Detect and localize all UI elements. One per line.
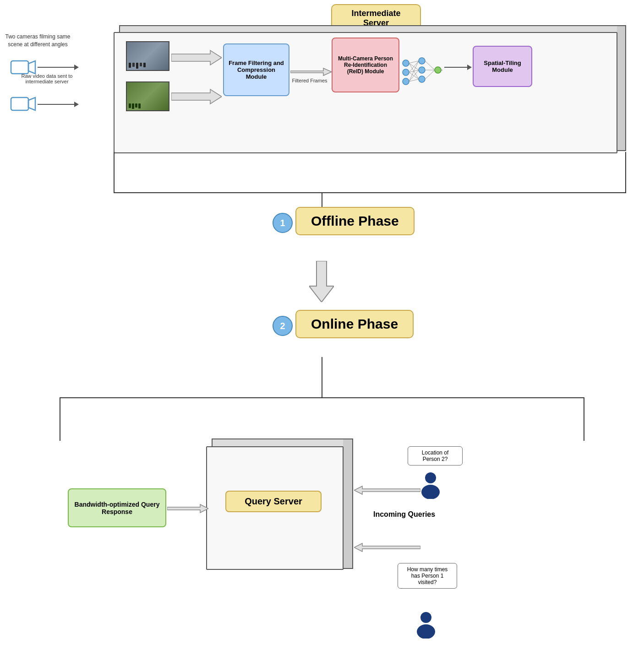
svg-line-21	[409, 61, 419, 72]
person1-to-server-arrow	[354, 485, 420, 495]
person-icon-2	[415, 611, 437, 639]
svg-point-13	[403, 78, 409, 85]
camera-icon-2	[10, 94, 38, 114]
svg-point-11	[403, 60, 409, 66]
neural-network-viz	[401, 54, 442, 91]
query-server-right-face	[343, 438, 353, 569]
thumbnail-1	[126, 41, 169, 71]
svg-point-35	[425, 472, 436, 483]
svg-line-25	[409, 70, 419, 81]
query-server-label: Query Server	[225, 491, 322, 512]
svg-line-29	[425, 70, 435, 79]
svg-line-24	[409, 61, 419, 81]
bottom-bracket-left-v	[60, 397, 60, 441]
bottom-bracket-right-v	[584, 397, 584, 441]
svg-point-14	[419, 58, 425, 64]
speech-bubble-1: Location of Person 2?	[408, 446, 463, 466]
online-phase-box: Online Phase	[295, 310, 414, 338]
filter-to-reid-arrow	[290, 67, 332, 76]
svg-marker-5	[74, 65, 79, 70]
svg-point-39	[417, 624, 435, 639]
bracket-left-v	[114, 152, 115, 193]
filtered-frames-label: Filtered Frames	[291, 78, 328, 83]
svg-marker-3	[28, 97, 35, 110]
thumbnail-2	[126, 81, 169, 111]
svg-marker-7	[74, 102, 79, 107]
spatial-tiling-box: Spatial-Tiling Module	[473, 46, 532, 87]
bandwidth-to-server-arrow	[167, 503, 208, 514]
online-to-bracket-v	[322, 357, 322, 398]
person2-to-server-arrow	[354, 542, 420, 552]
svg-marker-32	[467, 65, 472, 70]
speech-bubble-2: How many times has Person 1 visited?	[398, 563, 457, 589]
svg-point-16	[419, 76, 425, 82]
svg-point-17	[435, 67, 441, 73]
svg-marker-40	[354, 543, 420, 552]
person-icon-1	[419, 471, 442, 499]
svg-line-27	[425, 61, 435, 70]
svg-marker-9	[171, 89, 222, 104]
bracket-right-v	[625, 152, 626, 193]
svg-rect-0	[11, 61, 28, 74]
thumb2-to-filter-arrow	[171, 88, 222, 105]
svg-point-38	[420, 612, 431, 623]
svg-marker-1	[28, 61, 35, 74]
offline-phase-box: Offline Phase	[295, 207, 415, 235]
intermediate-server-title: Intermediate Server	[351, 9, 400, 27]
svg-point-12	[403, 69, 409, 76]
svg-point-15	[419, 67, 425, 73]
svg-marker-8	[171, 50, 222, 65]
svg-marker-34	[167, 504, 208, 513]
svg-rect-2	[11, 97, 28, 110]
bottom-bracket-h	[60, 397, 584, 398]
bracket-bottom-h	[114, 192, 626, 193]
raw-video-label: Raw video data sent to intermediate serv…	[9, 73, 85, 84]
incoming-queries-label: Incoming Queries	[373, 510, 435, 519]
bandwidth-box: Bandwidth-optimized Query Response	[68, 488, 166, 527]
online-phase-circle: 2	[273, 316, 293, 336]
camera-label: Two cameras filming same scene at differ…	[5, 33, 71, 49]
camera2-arrow	[38, 100, 79, 109]
camera1-arrow	[38, 63, 79, 72]
offline-to-online-arrow	[309, 261, 334, 302]
reid-to-spatial-arrow	[444, 63, 472, 72]
diagram-container: Intermediate Server Two cameras filming …	[0, 0, 644, 655]
svg-marker-33	[309, 261, 334, 302]
svg-point-36	[421, 485, 440, 499]
frame-filtering-box: Frame Filtering and Compression Module	[223, 43, 289, 96]
svg-marker-10	[290, 68, 332, 76]
svg-marker-37	[354, 486, 420, 494]
reid-module-box: Multi-Camera Person Re-Identification (R…	[332, 38, 399, 92]
thumb1-to-filter-arrow	[171, 49, 222, 66]
offline-phase-circle: 1	[273, 213, 293, 233]
